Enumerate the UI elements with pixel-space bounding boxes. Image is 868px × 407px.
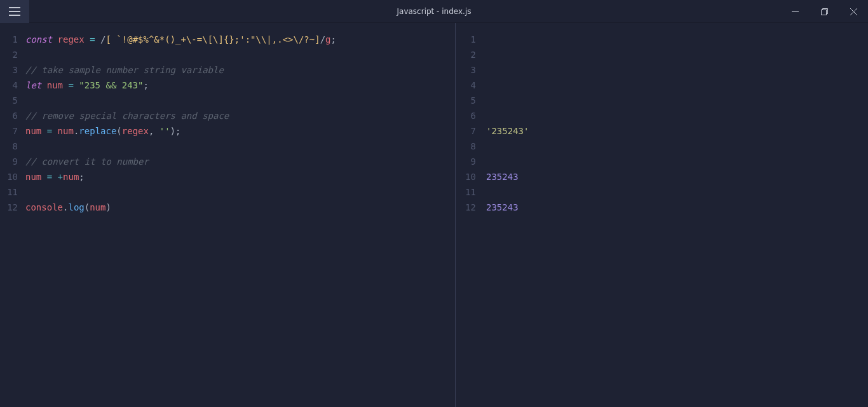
token-op: = xyxy=(68,80,73,90)
token-plain: , xyxy=(149,126,159,136)
token-plain xyxy=(41,126,46,136)
output-line xyxy=(486,78,868,93)
line-number: 4 xyxy=(456,78,486,93)
token-plain: ) xyxy=(105,202,111,212)
line-gutter-left: 123456789101112 xyxy=(0,32,25,407)
code-line: const regex = /[ `!@#$%^&*()_+\-=\[\]{};… xyxy=(25,32,455,47)
token-op: = xyxy=(47,172,52,182)
token-plain xyxy=(95,34,100,45)
line-number: 5 xyxy=(0,93,25,108)
token-comment: // remove special characters and space xyxy=(25,111,229,121)
line-number: 1 xyxy=(0,32,25,47)
token-ident: regex xyxy=(122,126,149,136)
token-str: '' xyxy=(159,126,170,136)
line-number: 4 xyxy=(0,78,25,93)
output-line: '235243' xyxy=(486,123,868,139)
code-line: num = num.replace(regex, ''); xyxy=(25,123,455,139)
token-op: = xyxy=(90,34,95,45)
line-number: 2 xyxy=(0,47,25,62)
line-number: 11 xyxy=(456,184,486,200)
token-plain: ( xyxy=(85,202,90,212)
code-line: console.log(num) xyxy=(25,200,455,215)
code-area-right: '235243'235243235243 xyxy=(486,32,868,407)
token-ident: num xyxy=(47,80,63,90)
token-plain: ( xyxy=(116,126,121,136)
code-line xyxy=(25,139,455,154)
output-line xyxy=(486,32,868,47)
menu-button[interactable] xyxy=(0,0,29,23)
code-line: // convert it to number xyxy=(25,154,455,169)
code-line xyxy=(25,184,455,200)
line-number: 9 xyxy=(0,154,25,169)
code-line: // remove special characters and space xyxy=(25,108,455,123)
token-ident: num xyxy=(25,126,41,136)
line-number: 12 xyxy=(0,200,25,215)
token-method: log xyxy=(68,202,84,212)
token-kw: const xyxy=(25,34,58,45)
menu-icon xyxy=(9,7,20,16)
restore-icon xyxy=(821,8,828,15)
token-str: "235 && 243" xyxy=(79,80,143,90)
svg-rect-0 xyxy=(821,10,826,15)
token-plain: ; xyxy=(143,80,148,90)
line-number: 12 xyxy=(456,200,486,215)
token-regex-delim: / xyxy=(320,34,325,45)
editor-pane-output[interactable]: 123456789101112 '235243'235243235243 xyxy=(456,23,868,407)
output-line xyxy=(486,154,868,169)
output-line xyxy=(486,108,868,123)
token-ident: regex xyxy=(58,34,85,45)
editor-pane-code[interactable]: 123456789101112 const regex = /[ `!@#$%^… xyxy=(0,23,456,407)
line-number: 10 xyxy=(0,169,25,184)
token-regex-body: [ `!@#$%^&*()_+\-=\[\]{};':"\\|,.<>\/?~] xyxy=(105,34,320,45)
line-number: 6 xyxy=(0,108,25,123)
code-area-left[interactable]: const regex = /[ `!@#$%^&*()_+\-=\[\]{};… xyxy=(25,32,455,407)
token-op: + xyxy=(58,172,63,182)
output-line xyxy=(486,93,868,108)
token-out-num: 235243 xyxy=(486,172,519,182)
token-plain: ); xyxy=(170,126,181,136)
line-number: 5 xyxy=(456,93,486,108)
code-line xyxy=(25,93,455,108)
token-ident: num xyxy=(63,172,79,182)
code-line: // take sample number string variable xyxy=(25,62,455,78)
code-line: let num = "235 && 243"; xyxy=(25,78,455,93)
code-line: num = +num; xyxy=(25,169,455,184)
output-line xyxy=(486,47,868,62)
token-plain xyxy=(85,34,90,45)
titlebar: Javascript - index.js xyxy=(0,0,868,23)
minimize-button[interactable] xyxy=(780,0,810,23)
token-plain: ; xyxy=(79,172,84,182)
token-comment: // take sample number string variable xyxy=(25,65,224,75)
output-line xyxy=(486,62,868,78)
token-comment: // convert it to number xyxy=(25,156,149,167)
titlebar-accent xyxy=(358,0,510,1)
editor-split: 123456789101112 const regex = /[ `!@#$%^… xyxy=(0,23,868,407)
line-number: 11 xyxy=(0,184,25,200)
line-number: 3 xyxy=(456,62,486,78)
close-button[interactable] xyxy=(839,0,868,23)
line-number: 6 xyxy=(456,108,486,123)
token-out-num: 235243 xyxy=(486,202,519,212)
line-number: 1 xyxy=(456,32,486,47)
minimize-icon xyxy=(792,8,799,15)
token-plain xyxy=(41,172,46,182)
line-number: 2 xyxy=(456,47,486,62)
token-plain xyxy=(52,172,57,182)
token-plain: ; xyxy=(331,34,336,45)
token-ident: num xyxy=(58,126,74,136)
window-controls xyxy=(780,0,868,23)
code-line xyxy=(25,47,455,62)
line-gutter-right: 123456789101112 xyxy=(456,32,486,407)
maximize-button[interactable] xyxy=(810,0,839,23)
line-number: 9 xyxy=(456,154,486,169)
output-line: 235243 xyxy=(486,200,868,215)
line-number: 8 xyxy=(0,139,25,154)
output-line xyxy=(486,139,868,154)
line-number: 10 xyxy=(456,169,486,184)
token-ident: num xyxy=(90,202,105,212)
window-title: Javascript - index.js xyxy=(397,7,471,16)
token-op: = xyxy=(47,126,52,136)
line-number: 7 xyxy=(456,123,486,139)
close-icon xyxy=(850,8,857,15)
token-out-str: '235243' xyxy=(486,126,529,136)
